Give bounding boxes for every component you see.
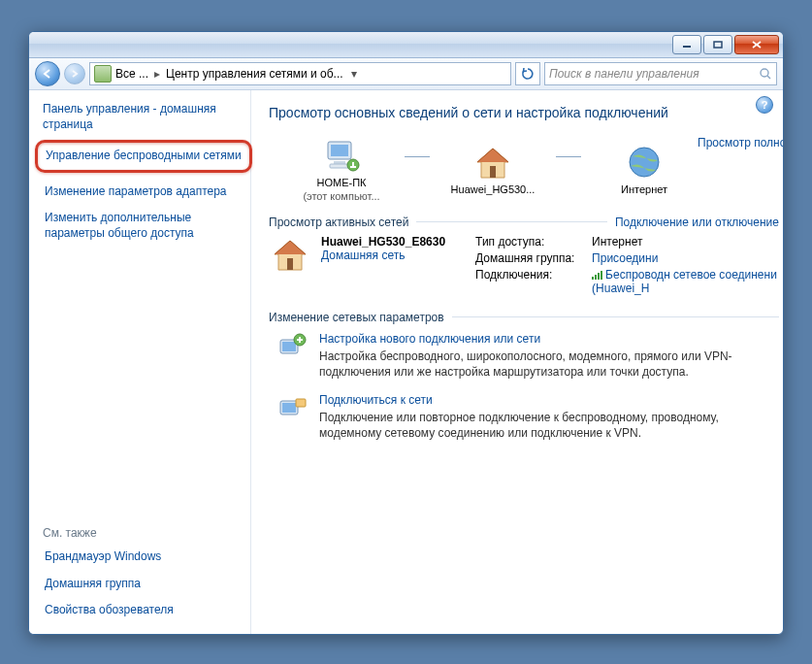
sidebar-adapter-link[interactable]: Изменение параметров адаптера: [43, 179, 246, 206]
search-placeholder: Поиск в панели управления: [549, 67, 699, 81]
page-title: Просмотр основных сведений о сети и наст…: [269, 104, 779, 122]
address-dropdown-icon[interactable]: ▾: [347, 67, 361, 81]
full-map-link[interactable]: Просмотр полной карты: [698, 136, 783, 149]
svg-rect-18: [598, 273, 600, 280]
maximize-button[interactable]: [703, 35, 732, 54]
network-map: HOME-ПК (этот компьют... Huawei_HG530...…: [288, 136, 698, 202]
refresh-button[interactable]: [515, 62, 540, 85]
house-icon: [269, 235, 311, 274]
map-pc-label: HOME-ПК: [288, 177, 395, 188]
svg-rect-9: [330, 164, 349, 168]
task-title: Настройка нового подключения или сети: [319, 332, 779, 346]
task-desc: Настройка беспроводного, широкополосного…: [319, 349, 779, 380]
connect-network-icon: [278, 393, 308, 420]
see-also-label: См. также: [43, 526, 246, 540]
wifi-signal-icon: [592, 270, 603, 280]
new-connection-icon: [278, 332, 308, 359]
active-network: Huawei_HG530_E8630 Домашняя сеть Тип дос…: [269, 235, 779, 295]
see-also-browser[interactable]: Свойства обозревателя: [43, 597, 246, 624]
control-panel-window: Все ... ▸ Центр управления сетями и об..…: [28, 31, 784, 635]
svg-rect-12: [350, 166, 356, 168]
sidebar-wireless-link[interactable]: Управление беспроводными сетями: [44, 147, 244, 166]
see-also-firewall[interactable]: Брандмауэр Windows: [43, 544, 246, 571]
breadcrumb-level2[interactable]: Центр управления сетями и об...: [166, 67, 343, 81]
kv-homegroup-key: Домашняя группа:: [475, 251, 592, 265]
svg-rect-19: [601, 271, 602, 280]
map-router-label: Huawei_HG530...: [439, 183, 546, 195]
map-internet-label: Интернет: [591, 183, 698, 195]
network-name: Huawei_HG530_E8630: [321, 235, 445, 249]
task-new-connection[interactable]: Настройка нового подключения или сети На…: [278, 332, 779, 380]
address-bar[interactable]: Все ... ▸ Центр управления сетями и об..…: [89, 62, 511, 85]
close-button[interactable]: [734, 35, 779, 54]
kv-access-value: Интернет: [592, 235, 779, 249]
map-pc[interactable]: HOME-ПК (этот компьют...: [288, 136, 395, 202]
forward-button[interactable]: [64, 63, 85, 84]
active-networks-label: Просмотр активных сетей: [269, 216, 408, 229]
svg-rect-26: [282, 403, 296, 413]
search-box[interactable]: Поиск в панели управления: [544, 62, 777, 85]
help-icon[interactable]: ?: [756, 96, 773, 114]
main-content: ? Просмотр основных сведений о сети и на…: [251, 90, 783, 635]
navbar: Все ... ▸ Центр управления сетями и об..…: [29, 58, 783, 90]
svg-rect-1: [714, 42, 722, 48]
svg-rect-27: [296, 399, 306, 407]
connect-disconnect-link[interactable]: Подключение или отключение: [615, 216, 779, 229]
svg-rect-7: [331, 145, 348, 156]
network-type-link[interactable]: Домашняя сеть: [321, 249, 445, 262]
kv-connection-key: Подключения:: [475, 268, 592, 295]
breadcrumb-level1[interactable]: Все ...: [115, 67, 148, 81]
network-center-icon: [94, 65, 112, 83]
svg-rect-11: [352, 162, 354, 166]
svg-rect-15: [287, 258, 293, 270]
kv-homegroup-link[interactable]: Присоедини: [592, 251, 779, 265]
breadcrumb-separator-icon: ▸: [152, 67, 162, 81]
task-connect-network[interactable]: Подключиться к сети Подключение или повт…: [278, 393, 779, 441]
map-router[interactable]: Huawei_HG530...: [439, 143, 546, 195]
kv-access-key: Тип доступа:: [475, 235, 592, 249]
task-title: Подключиться к сети: [319, 393, 779, 407]
svg-rect-13: [490, 166, 496, 178]
svg-rect-16: [592, 277, 594, 280]
svg-rect-17: [595, 275, 597, 280]
kv-connection-link[interactable]: Беспроводн сетевое соединени (Huawei_H: [592, 268, 779, 295]
svg-line-5: [767, 76, 770, 79]
sidebar-sharing-link[interactable]: Изменить дополнительные параметры общего…: [43, 205, 246, 247]
search-icon: [759, 67, 772, 81]
see-also-homegroup[interactable]: Домашняя группа: [43, 571, 246, 598]
titlebar: [29, 32, 783, 58]
svg-point-4: [761, 69, 768, 77]
settings-section-label: Изменение сетевых параметров: [269, 311, 444, 324]
map-internet[interactable]: Интернет: [591, 143, 698, 195]
sidebar: Панель управления - домашняя страница Уп…: [29, 90, 251, 635]
svg-point-14: [630, 148, 659, 177]
sidebar-home-link[interactable]: Панель управления - домашняя страница: [43, 102, 246, 132]
task-desc: Подключение или повторное подключение к …: [319, 410, 779, 441]
svg-rect-21: [282, 342, 296, 351]
back-button[interactable]: [35, 61, 60, 86]
highlight-annotation: Управление беспроводными сетями: [35, 140, 252, 173]
map-pc-sub: (этот компьют...: [288, 190, 395, 202]
minimize-button[interactable]: [672, 35, 701, 54]
